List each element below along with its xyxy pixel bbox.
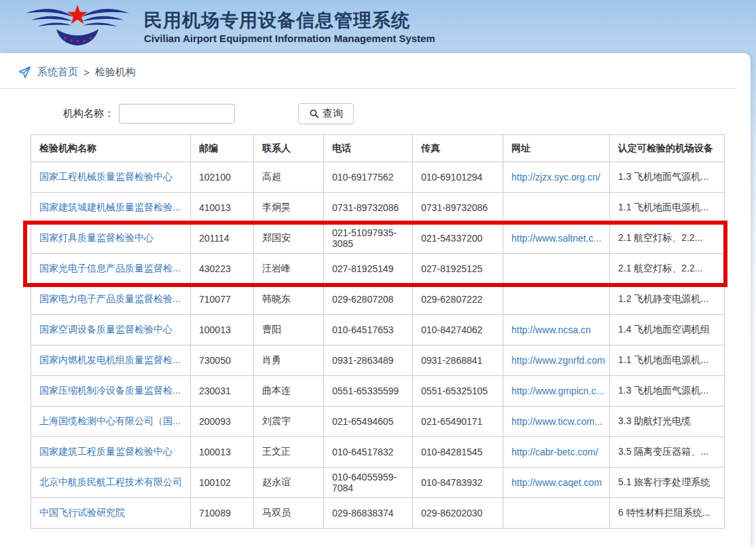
breadcrumb-separator: > <box>84 67 90 78</box>
agency-name-link[interactable]: 上海国缆检测中心有限公司（国... <box>39 415 181 426</box>
phone-cell: 027-81925149 <box>324 254 413 284</box>
agency-name-link[interactable]: 国家灯具质量监督检验中心 <box>39 232 154 243</box>
phone-cell: 029-62807208 <box>324 284 413 315</box>
page: ★★★ ★★ 民用机场专用设备信息管理系统 Civilian Airport E… <box>0 0 756 547</box>
agency-name-link[interactable]: 中国飞行试验研究院 <box>39 507 125 518</box>
equipment-cell: 1.1 飞机地面电源机... <box>610 345 725 376</box>
column-header: 网址 <box>503 135 610 162</box>
table-row: 国家工程机械质量监督检验中心102100高超010-69177562010-69… <box>31 162 725 193</box>
equipment-cell: 1.4 飞机地面空调机组 <box>610 315 725 345</box>
table-row: 国家建筑工程质量监督检验中心100013王文正010-64517832010-8… <box>31 437 725 468</box>
website-link-cell: http://www.saltnet.c... <box>503 223 610 254</box>
org-name-input[interactable] <box>119 104 235 124</box>
fax-cell: 010-84783932 <box>413 468 503 498</box>
website-link[interactable]: http://www.ncsa.cn <box>511 324 591 335</box>
column-header: 邮编 <box>191 135 254 162</box>
svg-text:★: ★ <box>75 39 79 44</box>
phone-cell: 0931-2863489 <box>324 345 413 376</box>
fax-cell: 0551-65325105 <box>413 376 503 407</box>
equipment-cell: 6 特性材料拦阻系统... <box>610 498 725 529</box>
website-link-cell: http://www.gmpicn.c... <box>503 376 610 407</box>
website-link-cell: http://www.ticw.com... <box>503 407 610 437</box>
website-link <box>503 498 610 529</box>
agency-name-link[interactable]: 北京中航质民航工程技术有限公司 <box>39 476 182 487</box>
equipment-cell: 2.1 航空灯标、2.2... <box>610 223 725 254</box>
svg-text:★: ★ <box>69 38 73 43</box>
zip-cell: 201114 <box>191 223 254 254</box>
agency-name-link[interactable]: 国家压缩机制冷设备质量监督检... <box>39 385 181 396</box>
query-button[interactable]: 查询 <box>298 103 354 124</box>
contact-cell: 马双员 <box>254 498 324 529</box>
website-link[interactable]: http://www.ticw.com... <box>511 416 602 427</box>
app-title: 民用机场专用设备信息管理系统 <box>144 10 435 31</box>
phone-cell: 0551-65335599 <box>324 376 413 407</box>
contact-cell: 汪岩峰 <box>254 254 324 284</box>
contact-cell: 肖勇 <box>254 345 324 376</box>
phone-cell: 010-69177562 <box>324 162 413 193</box>
contact-cell: 郑国安 <box>254 223 324 254</box>
zip-cell: 100102 <box>191 468 254 498</box>
agency-name-link-cell: 上海国缆检测中心有限公司（国... <box>31 407 191 437</box>
website-link <box>503 193 610 223</box>
table-row: 国家压缩机制冷设备质量监督检...230031曲本连0551-653355990… <box>31 376 725 407</box>
table-row: 中国飞行试验研究院710089马双员029-86838374029-862020… <box>31 498 725 529</box>
website-link[interactable]: http://cabr-betc.com/ <box>511 447 598 457</box>
fax-cell: 0731-89732086 <box>413 193 503 223</box>
website-link[interactable]: http://www.gmpicn.c... <box>511 385 604 396</box>
zip-cell: 710077 <box>191 284 254 315</box>
contact-cell: 曹阳 <box>254 315 324 345</box>
agency-name-link[interactable]: 国家空调设备质量监督检验中心 <box>39 324 173 335</box>
zip-cell: 100013 <box>191 437 254 468</box>
agency-name-link[interactable]: 国家建筑工程质量监督检验中心 <box>39 446 173 457</box>
fax-cell: 021-54337200 <box>413 223 503 254</box>
fax-cell: 010-84274062 <box>413 315 503 345</box>
agency-name-link-cell: 国家灯具质量监督检验中心 <box>31 223 191 254</box>
website-link-cell: http://zjzx.syc.org.cn/ <box>503 162 610 193</box>
website-link[interactable]: http://www.caqet.com <box>511 477 602 488</box>
agencies-table: 检验机构名称邮编联系人电话传真网址认定可检验的机场设备 国家工程机械质量监督检验… <box>31 134 725 529</box>
table-row: 北京中航质民航工程技术有限公司100102赵永谊010-64055959-708… <box>31 468 725 498</box>
equipment-cell: 1.3 飞机地面气源机... <box>610 162 725 193</box>
agency-name-link[interactable]: 国家建筑城建机械质量监督检验... <box>39 202 181 212</box>
contact-cell: 刘震宇 <box>254 407 324 437</box>
org-name-label: 机构名称： <box>63 107 114 120</box>
phone-cell: 010-64055959-7084 <box>324 468 413 498</box>
website-link[interactable]: http://www.zgnrfd.com <box>511 355 605 366</box>
breadcrumb: 系统首页>检验机构 <box>0 53 751 79</box>
search-bar: 机构名称： 查询 <box>0 103 751 124</box>
website-link[interactable]: http://www.saltnet.c... <box>511 233 601 244</box>
agency-name-link[interactable]: 国家电力电子产品质量监督检验... <box>39 293 181 304</box>
breadcrumb-divider <box>0 88 736 89</box>
column-header: 联系人 <box>254 135 324 162</box>
website-link-cell: http://cabr-betc.com/ <box>503 437 610 468</box>
phone-cell: 0731-89732086 <box>324 193 413 223</box>
breadcrumb-current: 检验机构 <box>95 66 136 79</box>
equipment-cell: 1.3 飞机地面气源机... <box>610 376 725 407</box>
equipment-cell: 2.1 航空灯标、2.2... <box>610 254 725 284</box>
agency-name-link[interactable]: 国家工程机械质量监督检验中心 <box>39 171 173 182</box>
title-block: 民用机场专用设备信息管理系统 Civilian Airport Equipmen… <box>144 9 435 44</box>
fax-cell: 010-69101294 <box>413 162 503 193</box>
equipment-cell: 5.1 旅客行李处理系统 <box>610 468 725 498</box>
equipment-cell: 3.5 隔离变压器箱、... <box>610 437 725 468</box>
zip-cell: 200093 <box>191 407 254 437</box>
agency-name-link-cell: 中国飞行试验研究院 <box>31 498 191 529</box>
phone-cell: 010-64517653 <box>324 315 413 345</box>
phone-cell: 021-65494605 <box>324 407 413 437</box>
website-link[interactable]: http://zjzx.syc.org.cn/ <box>511 172 600 183</box>
agency-name-link-cell: 国家光电子信息产品质量监督检... <box>31 254 191 284</box>
agency-name-link-cell: 国家内燃机发电机组质量监督检... <box>31 345 191 376</box>
equipment-cell: 1.1 飞机地面电源机... <box>610 193 725 223</box>
website-link <box>503 254 610 284</box>
caac-wings-star-logo-icon: ★★★ ★★ <box>18 3 137 50</box>
agency-name-link[interactable]: 国家内燃机发电机组质量监督检... <box>39 354 181 365</box>
agency-name-link[interactable]: 国家光电子信息产品质量监督检... <box>39 263 181 274</box>
contact-cell: 李炯昊 <box>254 193 324 223</box>
svg-text:★: ★ <box>82 38 86 43</box>
breadcrumb-home-link[interactable]: 系统首页 <box>37 66 78 79</box>
app-subtitle: Civilian Airport Equipment Information M… <box>144 33 435 44</box>
column-header: 电话 <box>324 135 413 162</box>
contact-cell: 曲本连 <box>254 376 324 407</box>
fax-cell: 010-84281545 <box>413 437 503 468</box>
agency-name-link-cell: 国家建筑工程质量监督检验中心 <box>31 437 191 468</box>
